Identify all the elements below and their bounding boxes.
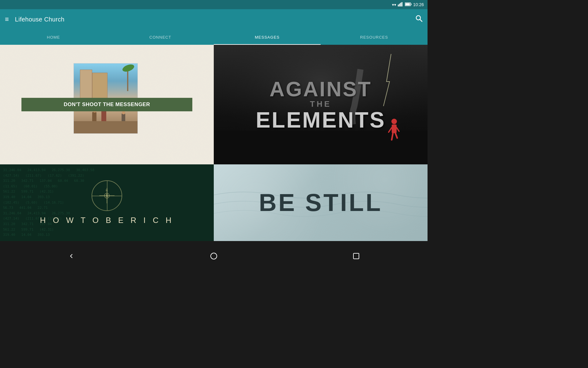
status-icons: ▾▾ 10:26	[392, 2, 424, 7]
card-be-still[interactable]: BE STILL	[214, 164, 428, 241]
svg-point-23	[211, 253, 217, 259]
tab-resources[interactable]: RESOURCES	[321, 29, 428, 45]
bottom-nav	[0, 248, 428, 264]
card-2-the-text: THE	[256, 99, 386, 109]
svg-rect-24	[353, 253, 359, 259]
card-4-title: BE STILL	[259, 190, 383, 215]
card-dont-shoot-messenger[interactable]: DON'T SHOOT THE MESSENGER	[0, 45, 214, 164]
app-title: Lifehouse Church	[15, 16, 65, 23]
card-2-against-text: AGAINST	[256, 79, 386, 99]
svg-rect-11	[214, 131, 428, 164]
svg-rect-1	[399, 4, 400, 6]
card-how-to-be-rich[interactable]: 31,246.04 24,413.94 26,275.30 30,463.58 …	[0, 164, 214, 241]
battery-icon	[405, 2, 412, 7]
home-button[interactable]	[208, 250, 220, 262]
svg-rect-0	[398, 5, 399, 6]
card-2-text: AGAINST THE ELEMENTS	[256, 79, 386, 131]
svg-rect-6	[405, 3, 410, 5]
svg-line-8	[420, 19, 422, 21]
signal-icon	[398, 2, 403, 7]
card-1-inner: DON'T SHOOT THE MESSENGER	[0, 45, 214, 164]
app-bar-left: ≡ Lifehouse Church	[5, 16, 64, 23]
search-icon[interactable]	[415, 15, 423, 24]
recents-button[interactable]	[350, 250, 362, 262]
status-time: 10:26	[413, 2, 424, 7]
svg-rect-3	[401, 2, 402, 6]
status-bar: ▾▾ 10:26	[0, 0, 428, 9]
app-bar: ≡ Lifehouse Church	[0, 9, 428, 29]
svg-point-13	[391, 119, 397, 124]
svg-rect-12	[392, 125, 397, 133]
card-2-elements-text: ELEMENTS	[256, 109, 386, 131]
tab-messages[interactable]: MESSAGES	[214, 29, 321, 45]
back-button[interactable]	[65, 250, 77, 262]
nav-tabs: HOME CONNECT MESSAGES RESOURCES	[0, 29, 428, 45]
content-grid: DON'T SHOOT THE MESSENGER	[0, 45, 428, 248]
card-3-content: N $ H O W T O B E R I C H	[40, 180, 174, 225]
svg-rect-5	[411, 3, 411, 5]
card-1-label: DON'T SHOOT THE MESSENGER	[21, 98, 192, 111]
card-4-text: BE STILL	[259, 190, 383, 215]
svg-rect-2	[400, 3, 401, 6]
card-3-title: H O W T O B E R I C H	[40, 216, 174, 225]
card-3-globe: N $	[92, 180, 122, 211]
wifi-icon: ▾▾	[392, 2, 396, 7]
card-against-elements[interactable]: AGAINST THE ELEMENTS	[214, 45, 428, 164]
tab-connect[interactable]: CONNECT	[107, 29, 214, 45]
menu-icon[interactable]: ≡	[5, 16, 9, 23]
tab-home[interactable]: HOME	[0, 29, 107, 45]
